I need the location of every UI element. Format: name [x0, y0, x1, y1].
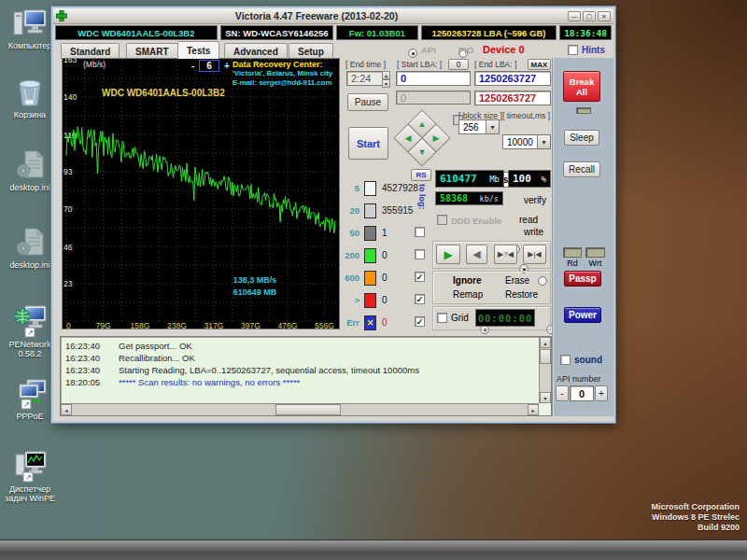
to-log-checkbox[interactable]: ✓	[415, 294, 425, 304]
histogram-color-swatch	[364, 226, 376, 241]
histogram-count: 0	[382, 273, 388, 283]
zoom-out-button[interactable]: -	[191, 61, 194, 71]
icon-label: PPPoE	[1, 412, 59, 421]
max-button[interactable]: MAX	[528, 59, 551, 70]
hscroll-thumb[interactable]	[275, 404, 341, 415]
svg-text:476G: 476G	[278, 321, 298, 330]
spin-down-icon[interactable]: ▾	[382, 79, 390, 88]
down-arrow-icon: ▼	[418, 147, 427, 156]
tab-bar: Standard SMART Tests Advanced Setup API …	[53, 41, 613, 59]
pause-button[interactable]: Pause	[347, 93, 388, 111]
speed-unit: kb/s	[480, 194, 499, 203]
histogram-count: 4527928	[382, 183, 418, 193]
tab-smart[interactable]: SMART	[126, 43, 178, 59]
start-button[interactable]: Start	[348, 127, 388, 160]
tab-advanced[interactable]: Advanced	[224, 43, 288, 59]
api-radio[interactable]	[408, 49, 417, 58]
timeout-select[interactable]: 10000	[502, 134, 551, 149]
clock-display: 18:36:48	[559, 25, 612, 40]
svg-text:↗: ↗	[27, 329, 34, 337]
title-bar[interactable]: Victoria 4.47 Freeware (2013-02-20) — ▢ …	[53, 8, 613, 24]
desktop-icon-desktop-ini-1[interactable]: desktop.ini	[1, 147, 59, 192]
zoom-in-button[interactable]: +	[224, 61, 230, 71]
sound-checkbox[interactable]	[560, 355, 571, 365]
close-button[interactable]: ✕	[598, 11, 611, 21]
desktop-icon-penetwork[interactable]: ↗ PENetwork 0.58.2	[1, 304, 59, 358]
tab-tests[interactable]: Tests	[177, 41, 219, 59]
maximize-button[interactable]: ▢	[583, 11, 596, 21]
block-size-select[interactable]: 256	[458, 119, 500, 134]
desktop-icon-computer[interactable]: Компьютер	[1, 6, 59, 50]
histogram-bin-label: 20	[341, 205, 359, 216]
end-time-spin-arrows[interactable]: ▴ ▾	[382, 71, 390, 86]
taskbar: C:\_ m Victoria 18:36	[0, 539, 747, 560]
hints-checkbox[interactable]	[568, 45, 578, 55]
api-minus-button[interactable]: -	[556, 385, 569, 401]
histogram-bin-label: Err	[341, 317, 359, 328]
log-hscrollbar[interactable]: ◂ ▸	[61, 403, 539, 415]
histogram-bin-label: 200	[341, 250, 359, 260]
to-log-checkbox[interactable]	[415, 249, 425, 259]
left-arrow-icon: ◀	[405, 133, 412, 142]
spin-up-icon[interactable]: ▴	[382, 71, 390, 79]
restore-label: Restore	[505, 289, 538, 300]
histogram-bin-label: 50	[341, 228, 359, 238]
svg-text:397G: 397G	[241, 321, 261, 330]
start-lba-input[interactable]: 0	[396, 71, 471, 86]
minimize-button[interactable]: —	[568, 11, 581, 21]
log-message: ***** Scan results: no warnings, no erro…	[119, 377, 300, 387]
histogram-count: 0	[382, 250, 388, 260]
seek-error-button[interactable]: ▶?◀	[494, 245, 517, 264]
tab-setup[interactable]: Setup	[289, 43, 333, 59]
scroll-left-icon[interactable]: ◂	[61, 404, 72, 415]
icon-label-line2: задач WinPE	[1, 494, 59, 503]
watermark-line1: Microsoft Corporation	[652, 502, 740, 512]
passp-button[interactable]: Passp	[564, 271, 601, 287]
tab-standard[interactable]: Standard	[61, 43, 120, 59]
break-led	[576, 107, 591, 114]
to-log-checkbox[interactable]: ✓	[415, 316, 425, 327]
watermark-line2: Windows 8 PE Strelec	[652, 512, 740, 523]
log-timestamp: 16:23:40	[65, 353, 100, 363]
scroll-right-icon[interactable]: ▸	[528, 404, 539, 415]
graph-cursor-readout: 138,3 MB/s 610649 MB	[210, 274, 300, 299]
log-timestamp: 18:20:05	[65, 377, 100, 387]
sound-label: sound	[574, 355, 602, 365]
histogram-count: 355915	[382, 205, 413, 216]
seek-end-button[interactable]: ▶|◀	[523, 245, 546, 264]
end-lba-input[interactable]: 1250263727	[474, 71, 551, 86]
desktop-icon-desktop-ini-2[interactable]: desktop.ini	[1, 225, 59, 270]
to-log-checkbox[interactable]: ✓	[415, 272, 425, 282]
log-message: Get passport... OK	[119, 341, 192, 351]
scroll-up-icon[interactable]: ▴	[540, 337, 551, 348]
recall-button[interactable]: Recall	[563, 161, 600, 177]
wrt-led-label: Wrt	[585, 259, 605, 268]
svg-text:556G: 556G	[315, 321, 334, 330]
window-title: Victoria 4.47 Freeware (2013-02-20)	[67, 10, 566, 21]
start-lba-zero-button[interactable]: 0	[448, 59, 469, 70]
ddd-enable-checkbox[interactable]	[437, 215, 447, 225]
scroll-down-icon[interactable]: ▾	[540, 392, 551, 403]
desktop-icon-pppoe[interactable]: ↗ PPPoE	[1, 376, 59, 421]
computer-icon	[1, 6, 59, 39]
desktop-icon-recycle-bin[interactable]: Корзина	[1, 75, 59, 119]
device-indicator: Device 0	[483, 44, 525, 55]
api-number-value[interactable]: 0	[570, 385, 594, 401]
log-vscrollbar[interactable]: ▴ ▾	[539, 337, 551, 403]
break-all-button[interactable]: Break All	[563, 71, 600, 102]
back-button[interactable]: ◀	[466, 245, 487, 264]
to-log-checkbox[interactable]	[415, 227, 425, 237]
log-message: Recallibration... OK	[119, 353, 195, 363]
grid-checkbox[interactable]	[437, 313, 447, 323]
vscroll-thumb[interactable]	[540, 349, 551, 364]
power-button[interactable]: Power	[564, 307, 601, 323]
svg-text:163: 163	[63, 59, 77, 64]
desktop-icon-task-manager[interactable]: ↗ Диспетчер задач WinPE	[1, 449, 59, 503]
icon-label: desktop.ini	[1, 260, 59, 270]
read-label: read	[519, 215, 538, 225]
play-button[interactable]: ▶	[436, 245, 460, 264]
victoria-app-icon	[56, 10, 67, 21]
rd-led-label: Rd	[563, 259, 582, 268]
sleep-button[interactable]: Sleep	[564, 130, 599, 146]
api-plus-button[interactable]: +	[595, 385, 608, 401]
